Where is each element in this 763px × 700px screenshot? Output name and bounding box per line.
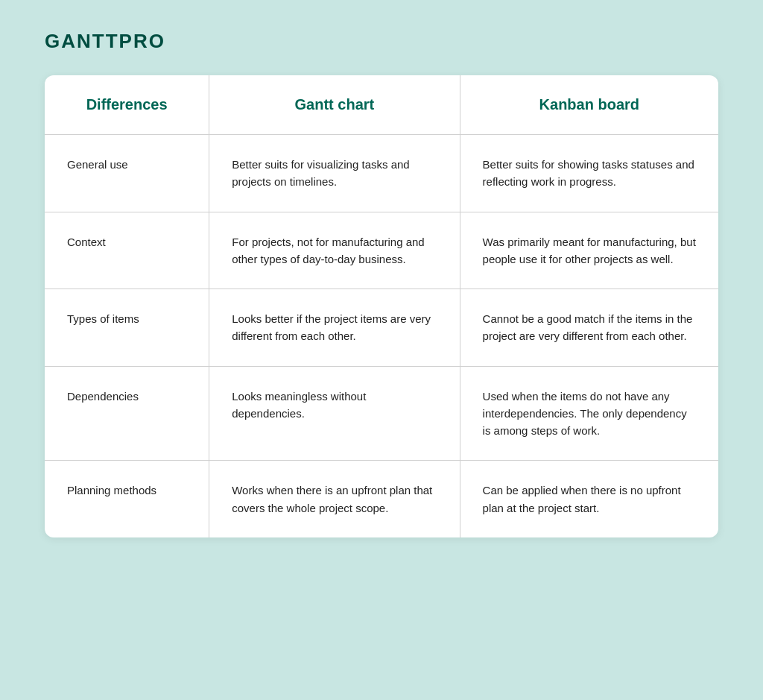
cell-gantt: Looks meaningless without dependencies. <box>209 366 460 461</box>
header-differences: Differences <box>45 75 209 135</box>
cell-kanban: Better suits for showing tasks statuses … <box>460 135 718 212</box>
cell-gantt: Works when there is an upfront plan that… <box>209 461 460 537</box>
cell-difference: Types of items <box>45 289 209 367</box>
table-row: Planning methodsWorks when there is an u… <box>45 461 718 537</box>
cell-kanban: Can be applied when there is no upfront … <box>460 461 718 537</box>
cell-kanban: Was primarily meant for manufacturing, b… <box>460 212 718 289</box>
logo-area: GANTTPRO <box>45 30 165 53</box>
cell-gantt: Better suits for visualizing tasks and p… <box>209 135 460 212</box>
cell-gantt: For projects, not for manufacturing and … <box>209 212 460 289</box>
header-kanban: Kanban board <box>460 75 718 135</box>
table-row: General useBetter suits for visualizing … <box>45 135 718 212</box>
table-row: DependenciesLooks meaningless without de… <box>45 366 718 461</box>
table-row: ContextFor projects, not for manufacturi… <box>45 212 718 289</box>
cell-gantt: Looks better if the project items are ve… <box>209 289 460 367</box>
table-row: Types of itemsLooks better if the projec… <box>45 289 718 367</box>
cell-kanban: Used when the items do not have any inte… <box>460 366 718 461</box>
cell-difference: Dependencies <box>45 366 209 461</box>
cell-difference: Context <box>45 212 209 289</box>
table-header-row: Differences Gantt chart Kanban board <box>45 75 718 135</box>
header-gantt: Gantt chart <box>209 75 460 135</box>
cell-difference: General use <box>45 135 209 212</box>
comparison-table-container: Differences Gantt chart Kanban board Gen… <box>45 75 718 537</box>
cell-difference: Planning methods <box>45 461 209 537</box>
comparison-table: Differences Gantt chart Kanban board Gen… <box>45 75 718 537</box>
cell-kanban: Cannot be a good match if the items in t… <box>460 289 718 367</box>
logo-text: GANTTPRO <box>45 30 165 52</box>
